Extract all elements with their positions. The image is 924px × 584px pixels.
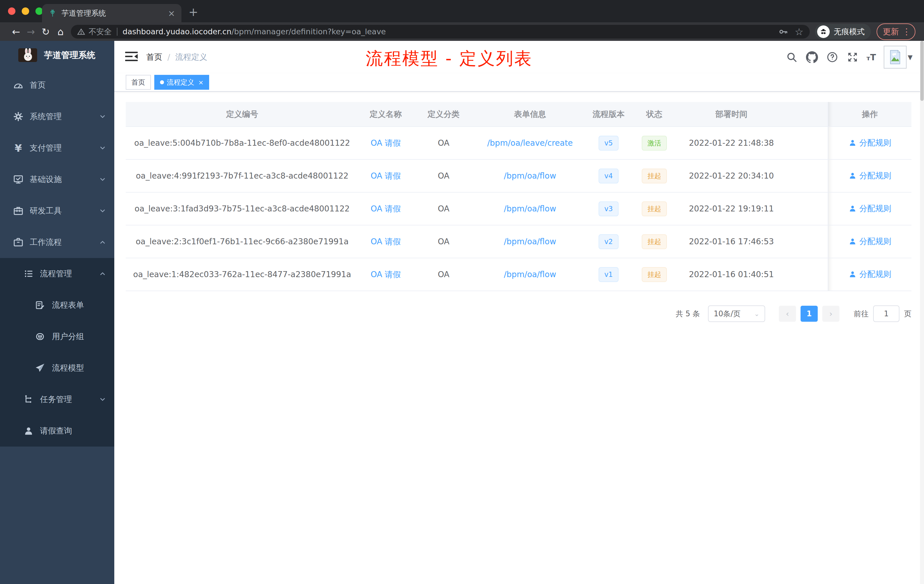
definition-name-link[interactable]: OA 请假 [371,237,401,246]
chevron-down-icon [99,176,106,183]
deploy-time: 2022-01-22 21:48:38 [677,127,786,159]
next-page-button[interactable]: › [822,306,840,322]
close-tag-icon[interactable]: × [198,79,203,86]
tag-home[interactable]: 首页 [126,75,151,90]
password-key-icon[interactable] [778,27,788,36]
sidebar-item-infrastructure[interactable]: 基础设施 [0,164,114,195]
assign-rule-link[interactable]: 分配规则 [848,236,891,247]
sidebar-item-process-management[interactable]: 流程管理 [0,258,114,289]
security-warning-icon [77,28,85,36]
current-page-button[interactable]: 1 [800,306,818,322]
definition-name-link[interactable]: OA 请假 [371,270,401,279]
page-size-select[interactable]: 10条/页 ⌄ [708,305,765,322]
omnibox-divider [117,28,117,36]
font-size-icon[interactable]: тT [866,52,876,62]
user-icon [848,139,856,147]
definition-name-link[interactable]: OA 请假 [371,171,401,181]
close-tab-icon[interactable]: × [168,8,175,18]
yen-icon: ¥ [13,142,24,154]
definition-name-link[interactable]: OA 请假 [371,204,401,213]
avatar-caret-icon[interactable]: ▼ [908,54,912,61]
security-label[interactable]: 不安全 [89,26,112,37]
browser-tab[interactable]: 芋道管理系统 × [42,4,182,22]
sidebar-logo[interactable]: 芋道管理系统 [0,41,114,69]
version-badge: v4 [599,168,618,183]
sidebar-item-workflow[interactable]: 工作流程 [0,226,114,258]
app-title: 芋道管理系统 [44,49,96,61]
browser-update-button[interactable]: 更新 ⋮ [876,23,916,40]
scrollbar[interactable] [920,41,924,584]
github-icon[interactable] [806,51,818,63]
new-tab-icon[interactable]: + [188,6,198,18]
active-dot-icon [160,80,164,84]
sidebar-item-leave-query[interactable]: 请假查询 [0,415,114,447]
sidebar-item-devtools[interactable]: 研发工具 [0,195,114,226]
address-bar[interactable]: 不安全 dashboard.yudao.iocoder.cn/bpm/manag… [71,25,810,39]
back-icon[interactable]: ← [8,26,23,38]
window-controls[interactable] [8,7,43,15]
user-icon [848,205,856,213]
tag-process-definition[interactable]: 流程定义 × [154,75,209,90]
breadcrumb-home[interactable]: 首页 [146,52,162,63]
definition-name-link[interactable]: OA 请假 [371,138,401,148]
form-link[interactable]: /bpm/oa/leave/create [487,138,573,148]
table-row: oa_leave:4:991f2193-7b7f-11ec-a3c8-acde4… [126,159,911,192]
sidebar-item-home[interactable]: 首页 [0,69,114,101]
definition-category: OA [413,225,474,258]
assign-rule-link[interactable]: 分配规则 [848,269,891,280]
forward-icon[interactable]: → [23,26,38,38]
url-path: /bpm/manager/definition?key=oa_leave [231,27,386,36]
browser-menu-icon[interactable]: ⋮ [902,26,911,36]
breadcrumb-current: 流程定义 [175,52,207,63]
logo-rabbit-avatar [18,48,37,62]
assign-rule-link[interactable]: 分配规则 [848,137,891,148]
help-icon[interactable] [826,51,838,63]
minimize-window-icon[interactable] [22,7,29,15]
status-badge: 挂起 [642,267,667,282]
fullscreen-icon[interactable] [846,51,859,63]
face-icon [34,331,46,342]
chevron-down-icon [99,144,106,152]
sidebar-item-system[interactable]: 系统管理 [0,101,114,132]
assign-rule-link[interactable]: 分配规则 [848,170,891,181]
user-icon [848,270,856,278]
scrollbar-thumb[interactable] [920,41,924,101]
briefcase-icon [13,237,24,248]
col-filler [786,102,828,127]
sidebar-item-payment[interactable]: ¥ 支付管理 [0,132,114,164]
search-icon[interactable] [785,51,798,63]
col-form-info: 表单信息 [474,102,586,127]
update-label[interactable]: 更新 [883,26,899,37]
version-badge: v5 [599,136,618,150]
sidebar-item-task-management[interactable]: 任务管理 [0,384,114,415]
bookmark-star-icon[interactable]: ☆ [795,26,804,38]
main-area: 首页 / 流程定义 [114,41,924,584]
col-definition-id: 定义编号 [126,102,358,127]
person-icon [23,425,34,437]
sidebar-item-process-form[interactable]: 流程表单 [0,289,114,321]
chevron-down-icon [99,113,106,120]
goto-page-input[interactable] [873,305,899,322]
col-deploy-time: 部署时间 [677,102,786,127]
ordered-list-icon [23,268,34,279]
reload-icon[interactable]: ↻ [38,26,53,38]
status-badge: 挂起 [642,168,667,183]
sidebar-item-process-model[interactable]: 流程模型 [0,352,114,384]
deploy-time: 2022-01-16 17:46:53 [677,225,786,258]
definition-id: oa_leave:5:004b710b-7b8a-11ec-8ef0-acde4… [126,127,358,159]
close-window-icon[interactable] [8,7,15,15]
tree-icon [23,394,34,405]
browser-tabstrip: 芋道管理系统 × + [0,0,924,22]
chevron-up-icon [99,239,106,246]
collapse-sidebar-icon[interactable] [125,51,138,63]
assign-rule-link[interactable]: 分配规则 [848,203,891,214]
form-link[interactable]: /bpm/oa/flow [504,237,556,246]
sidebar-item-user-group[interactable]: 用户分组 [0,321,114,352]
prev-page-button[interactable]: ‹ [779,306,796,322]
definition-id: oa_leave:4:991f2193-7b7f-11ec-a3c8-acde4… [126,159,358,192]
home-icon[interactable]: ⌂ [53,26,68,38]
form-link[interactable]: /bpm/oa/flow [504,204,556,213]
user-avatar[interactable] [884,46,907,69]
form-link[interactable]: /bpm/oa/flow [504,171,556,181]
form-link[interactable]: /bpm/oa/flow [504,270,556,279]
